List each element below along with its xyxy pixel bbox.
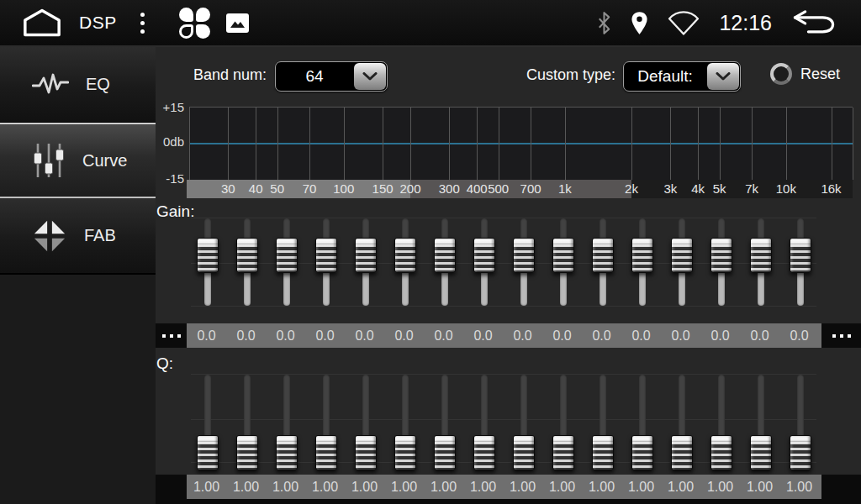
band-num-select[interactable]: 64 [275,61,388,92]
band-slider[interactable] [188,213,227,312]
slider-knob[interactable] [513,238,535,273]
q-value: 1.00 [226,475,266,499]
gain-more-left-button[interactable] [156,323,187,348]
gallery-icon[interactable] [226,13,249,33]
slider-knob[interactable] [315,238,337,273]
slider-knob[interactable] [394,435,416,470]
gain-slider-row [188,213,820,312]
band-slider[interactable] [188,370,227,469]
slider-knob[interactable] [790,435,811,470]
band-slider[interactable] [583,213,622,312]
slider-knob[interactable] [671,435,693,470]
band-slider[interactable] [306,370,346,469]
slider-knob[interactable] [552,435,574,470]
custom-type-label: Custom type: [526,66,615,84]
slider-knob[interactable] [750,435,772,470]
slider-knob[interactable] [315,435,337,470]
band-slider[interactable] [543,213,583,312]
band-slider[interactable] [464,213,504,312]
slider-knob[interactable] [710,435,732,470]
home-icon[interactable] [22,8,62,38]
gridline [277,108,278,180]
slider-knob[interactable] [790,238,811,273]
band-slider[interactable] [780,213,820,312]
band-slider[interactable] [662,213,701,312]
band-slider[interactable] [583,370,622,469]
gridline [531,108,531,180]
slider-knob[interactable] [236,435,258,470]
custom-type-select[interactable]: Default: [623,61,741,92]
q-value: 1.00 [187,475,226,499]
gain-value: 0.0 [621,323,661,348]
slider-knob[interactable] [197,238,219,273]
band-slider[interactable] [425,213,464,312]
slider-knob[interactable] [236,238,258,273]
reset-button[interactable]: Reset [770,63,840,85]
slider-knob[interactable] [434,238,456,273]
band-slider[interactable] [504,370,543,469]
eq-curve-line[interactable] [189,143,853,144]
band-slider[interactable] [306,213,346,312]
reset-radio-icon[interactable] [770,63,792,85]
slider-knob[interactable] [276,435,298,470]
sidebar-item-eq[interactable]: EQ [0,47,156,123]
apps-clover-icon[interactable] [178,6,212,39]
slider-knob[interactable] [434,435,456,470]
slider-knob[interactable] [394,238,416,273]
band-slider[interactable] [701,213,741,312]
band-slider[interactable] [741,213,780,312]
slider-knob[interactable] [355,238,377,273]
band-slider[interactable] [701,370,741,469]
slider-knob[interactable] [592,435,614,470]
band-slider[interactable] [464,370,504,469]
band-slider[interactable] [425,370,464,469]
slider-knob[interactable] [552,238,574,273]
freq-axis[interactable]: 304050701001502003004005007001k2k3k4k5k7… [187,180,853,198]
slider-knob[interactable] [671,238,693,273]
gain-value: 0.0 [582,323,621,348]
slider-knob[interactable] [473,238,495,273]
band-slider[interactable] [227,370,267,469]
slider-knob[interactable] [631,435,653,470]
chevron-down-icon[interactable] [354,63,386,90]
band-slider[interactable] [385,213,425,312]
gridline [853,108,853,180]
band-slider[interactable] [346,370,385,469]
band-slider[interactable] [267,370,306,469]
slider-knob[interactable] [710,238,732,273]
band-slider[interactable] [543,370,583,469]
curve-panel: Band num: 64 Custom type: Default: Reset… [156,47,861,504]
band-slider[interactable] [622,370,662,469]
slider-knob[interactable] [355,435,377,470]
band-slider[interactable] [227,213,267,312]
band-slider[interactable] [267,213,306,312]
band-slider[interactable] [662,370,701,469]
slider-knob[interactable] [276,238,298,273]
app-title: DSP [79,13,117,33]
q-value: 1.00 [740,475,779,499]
chevron-down-icon[interactable] [707,63,739,90]
sidebar-item-curve[interactable]: Curve [0,123,156,198]
y-axis-zero: 0db [156,134,184,149]
band-slider[interactable] [780,370,820,469]
slider-knob[interactable] [592,238,614,273]
q-value: 1.00 [266,475,305,499]
bottom-edge [156,499,861,504]
band-slider[interactable] [622,213,662,312]
slider-knob[interactable] [197,435,219,470]
slider-knob[interactable] [513,435,535,470]
band-slider[interactable] [504,213,543,312]
slider-knob[interactable] [473,435,495,470]
band-slider[interactable] [385,370,425,469]
back-icon[interactable] [790,9,837,36]
overflow-menu-icon[interactable] [135,8,150,39]
freq-tick-label: 40 [249,180,263,198]
band-slider[interactable] [346,213,385,312]
sidebar-item-fab[interactable]: FAB [0,198,156,274]
eq-curve-plot[interactable] [189,107,853,180]
gridline [449,108,450,180]
gain-more-right-button[interactable] [821,323,861,348]
band-slider[interactable] [741,370,780,469]
slider-knob[interactable] [750,238,772,273]
slider-knob[interactable] [631,238,653,273]
